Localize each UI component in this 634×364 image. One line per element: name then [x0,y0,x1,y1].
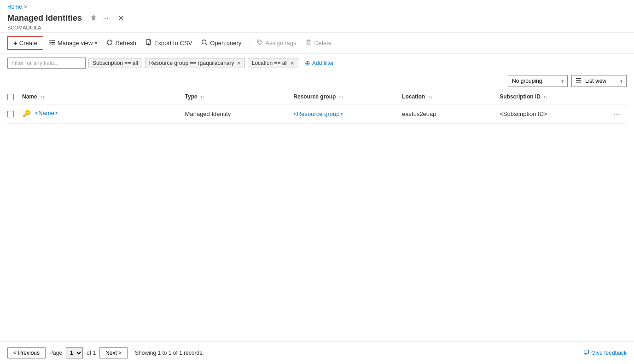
delete-label: Delete [314,40,332,46]
open-query-button[interactable]: Open query [198,37,245,49]
manage-view-label: Manage view [58,40,93,46]
svg-rect-15 [576,80,581,81]
row-resource-group-link[interactable]: <Resource group> [293,110,343,117]
add-filter-icon: ⊕ [305,59,310,67]
row-subscription-id: <Subscription ID> [500,110,547,117]
row-location: eastus2euap [402,110,436,117]
managed-identities-table: Name ↑↓ Type ↑↓ Resource group ↑↓ Locati… [7,90,627,124]
svg-line-9 [206,44,208,46]
svg-rect-11 [307,41,310,45]
assign-tags-button[interactable]: Assign tags [253,37,300,49]
manage-view-button[interactable]: Manage view ▾ [45,37,101,49]
svg-point-10 [258,41,259,42]
refresh-button[interactable]: Refresh [103,37,140,49]
col-header-name[interactable]: Name ↑↓ [22,90,185,104]
table-row: 🔑 <Name> Managed Identity <Resource grou… [7,104,627,123]
assign-tags-label: Assign tags [265,40,296,46]
col-header-resource-group[interactable]: Resource group ↑↓ [293,90,402,104]
export-csv-button[interactable]: Export to CSV [142,37,196,49]
svg-rect-14 [576,78,581,79]
filter-resource-group: Resource group == rgaquilacanary × [145,58,245,68]
toolbar-separator [249,39,249,48]
row-checkbox[interactable] [7,111,14,117]
view-dropdown[interactable]: List view ▾ [571,75,627,87]
delete-button[interactable]: Delete [302,37,335,49]
managed-identity-icon: 🔑 [22,110,31,117]
filter-subscription-label: Subscription == all [93,60,138,66]
grouping-dropdown[interactable]: No grouping ▾ [508,75,568,87]
breadcrumb-separator: > [24,4,27,10]
export-csv-label: Export to CSV [154,40,192,46]
add-filter-label: Add filter [312,60,334,66]
open-query-icon [201,39,208,47]
svg-rect-5 [51,44,55,45]
export-csv-icon [145,39,152,47]
filter-location: Location == all × [248,58,298,68]
page-title: Managed Identities [7,13,82,23]
delete-icon [305,39,312,47]
close-button[interactable]: ✕ [114,12,128,24]
filter-rg-label: Resource group == rgaquilacanary [149,60,234,66]
select-all-checkbox[interactable] [7,94,14,100]
grouping-label: No grouping [512,78,542,84]
col-header-type[interactable]: Type ↑↓ [185,90,294,104]
list-view-icon [576,77,582,85]
create-button[interactable]: + Create [7,36,43,50]
create-plus-icon: + [13,39,17,47]
pin-icon[interactable] [88,13,99,23]
filter-location-remove-icon[interactable]: × [291,60,294,66]
manage-view-icon [49,39,55,47]
svg-point-0 [49,40,51,41]
refresh-label: Refresh [115,40,136,46]
refresh-icon [106,39,113,47]
assign-tags-icon [256,39,263,47]
manage-view-chevron: ▾ [95,40,97,46]
view-label: List view [585,78,606,84]
svg-point-4 [49,43,51,45]
col-header-subscription[interactable]: Subscription ID ↑↓ [500,90,608,104]
filter-rg-remove-icon[interactable]: × [237,60,241,66]
svg-rect-1 [51,40,55,41]
col-header-location[interactable]: Location ↑↓ [402,90,500,104]
view-chevron-icon: ▾ [620,79,622,84]
row-type: Managed Identity [185,110,231,117]
create-label: Create [19,40,37,46]
sort-subscription-icon: ↑↓ [543,94,548,99]
filter-subscription: Subscription == all [88,58,142,68]
sort-rg-icon: ↑↓ [339,94,343,99]
svg-point-8 [202,40,206,44]
row-more-button[interactable]: ··· [611,108,623,120]
filter-location-label: Location == all [252,60,288,66]
svg-rect-3 [51,42,55,43]
svg-rect-16 [576,82,581,83]
page-subtitle: SCOMAQUILA [7,25,128,30]
sort-type-icon: ↑↓ [200,94,205,99]
sort-name-icon: ↑↓ [40,94,45,99]
row-name-link[interactable]: <Name> [35,110,58,117]
open-query-label: Open query [210,40,241,46]
sort-location-icon: ↑↓ [428,94,432,99]
grouping-chevron-icon: ▾ [561,79,564,84]
filter-input[interactable] [7,58,86,69]
breadcrumb-home[interactable]: Home [7,4,22,10]
add-filter-button[interactable]: ⊕ Add filter [301,58,337,68]
more-options-icon[interactable]: ··· [101,13,111,23]
svg-point-2 [49,42,51,43]
